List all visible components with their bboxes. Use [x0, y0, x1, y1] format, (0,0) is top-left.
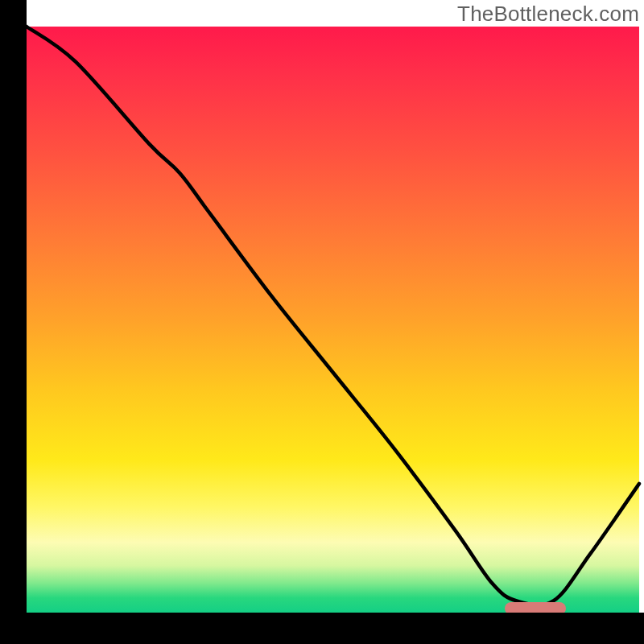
bottleneck-curve: [27, 27, 639, 613]
watermark-text: TheBottleneck.com: [457, 2, 639, 27]
y-axis-line: [0, 0, 27, 644]
plot-area: [27, 27, 639, 613]
chart-container: TheBottleneck.com: [0, 0, 644, 644]
x-axis-line: [0, 613, 644, 644]
